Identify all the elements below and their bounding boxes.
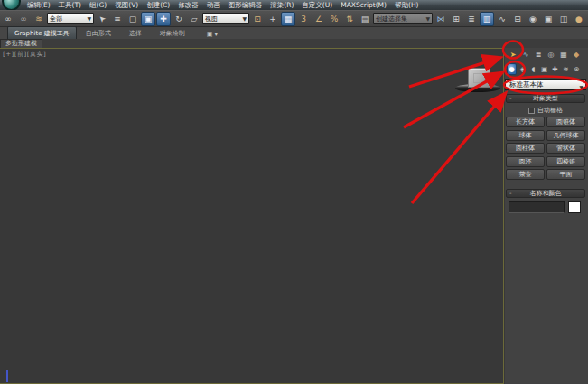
select-and-scale-icon[interactable]: ▱	[187, 12, 201, 26]
modify-tab-icon[interactable]: ∿	[520, 49, 531, 60]
box-button[interactable]: 长方体	[506, 117, 545, 127]
window-crossing-icon[interactable]: ▣	[141, 12, 155, 26]
primitive-buttons: 长方体 圆锥体 球体 几何球体 圆柱体 管状体 圆环 四棱锥 茶壶 平面	[506, 117, 586, 180]
command-panel: ➤ ∿ ≣ ◎ ▦ ◆ ● ◈ ◖ ▣ ✚ ≋ ⊛ 标准基本体 ▼ - 对象类型…	[505, 48, 588, 384]
pyramid-button[interactable]: 四棱锥	[546, 156, 585, 167]
geometry-icon[interactable]: ●	[507, 63, 517, 75]
select-and-link-icon[interactable]: ∞	[1, 12, 15, 26]
rollout-name-color[interactable]: - 名称和颜色	[506, 189, 585, 198]
toggle-ribbon-icon[interactable]: ▥	[480, 12, 494, 26]
tab-graphite-modeling-tools[interactable]: Graphite 建模工具	[7, 26, 77, 39]
curve-editor-icon[interactable]: ∿	[495, 12, 509, 26]
menu-edit[interactable]: 编辑(E)	[27, 1, 51, 10]
space-warps-icon[interactable]: ≋	[561, 63, 571, 75]
chevron-down-icon: ▼	[87, 15, 91, 22]
render-setup-icon[interactable]: ▣	[541, 12, 555, 26]
systems-icon[interactable]: ⊛	[572, 63, 582, 75]
rollout-object-type[interactable]: - 对象类型	[506, 94, 585, 103]
menu-bar: 编辑(E) 工具(T) 组(G) 视图(V) 创建(C) 修改器 动画 图形编辑…	[27, 0, 419, 10]
tube-button[interactable]: 管状体	[546, 143, 585, 154]
chevron-down-icon: ▼	[425, 15, 430, 22]
command-panel-tabs: ➤ ∿ ≣ ◎ ▦ ◆	[508, 49, 582, 60]
menu-animation[interactable]: 动画	[207, 1, 220, 10]
tab-object-paint[interactable]: 对象绘制	[151, 27, 194, 39]
hierarchy-tab-icon[interactable]: ≣	[533, 49, 544, 60]
tab-polygon-modeling[interactable]: 多边形建模	[0, 39, 42, 48]
ribbon-tab-bar: Graphite 建模工具 自由形式 选择 对象绘制 ▣ ▾	[0, 27, 588, 39]
tab-freeform[interactable]: 自由形式	[77, 27, 120, 39]
scene-object-box[interactable]	[468, 68, 490, 88]
teapot-button[interactable]: 茶壶	[506, 169, 545, 180]
shapes-icon[interactable]: ◈	[518, 63, 527, 75]
reference-coordinate-dropdown[interactable]: 视图 ▼	[202, 13, 249, 24]
main-toolbar: ∞ ∞ ≋ 全部 ▼ ➤ ≡ ▢ ▣ ✚ ↻ ▱ 视图 ▼ ⊡ + ▦ 3 ∠ …	[0, 10, 588, 27]
cone-button[interactable]: 圆锥体	[546, 117, 585, 127]
menu-modifiers[interactable]: 修改器	[178, 1, 199, 10]
rectangular-selection-region-icon[interactable]: ▢	[126, 12, 140, 26]
percent-snap-icon[interactable]: %	[327, 12, 341, 26]
menu-graph-editors[interactable]: 图形编辑器	[229, 1, 263, 10]
cylinder-button[interactable]: 圆柱体	[506, 143, 545, 154]
viewport-front[interactable]: [+][前][真实]	[0, 48, 504, 384]
menu-group[interactable]: 组(G)	[89, 1, 107, 10]
create-tab-icon[interactable]: ➤	[508, 49, 518, 60]
chevron-down-icon: ▼	[579, 82, 583, 93]
display-tab-icon[interactable]: ▦	[558, 49, 569, 60]
ribbon-minimize-dropdown[interactable]: ▣ ▾	[207, 31, 218, 39]
select-and-rotate-icon[interactable]: ↻	[172, 12, 186, 26]
select-by-name-icon[interactable]: ≡	[110, 12, 125, 26]
name-color-row	[505, 201, 586, 214]
create-subcategory-tabs: ● ◈ ◖ ▣ ✚ ≋ ⊛	[507, 63, 582, 75]
selection-filter-value: 全部	[50, 14, 62, 23]
snaps-toggle-icon[interactable]: 3	[296, 12, 311, 26]
collapse-icon: -	[509, 95, 512, 103]
rendered-frame-icon[interactable]: ◫	[556, 12, 571, 26]
object-color-swatch[interactable]	[568, 201, 581, 213]
mirror-icon[interactable]: ⋈	[434, 12, 448, 26]
align-icon[interactable]: ⊞	[449, 12, 463, 26]
object-name-input[interactable]	[509, 201, 565, 213]
spinner-snap-icon[interactable]: ⇅	[342, 12, 357, 26]
menu-customize[interactable]: 自定义(U)	[302, 1, 332, 10]
select-and-manipulate-icon[interactable]: +	[266, 12, 280, 26]
collapse-icon: -	[509, 190, 512, 198]
select-and-move-icon[interactable]: ✚	[156, 12, 171, 26]
motion-tab-icon[interactable]: ◎	[546, 49, 556, 60]
menu-help[interactable]: 帮助(H)	[395, 1, 419, 10]
edit-named-selection-sets-icon[interactable]: ▤	[358, 12, 372, 26]
bind-to-space-warp-icon[interactable]: ≋	[32, 12, 46, 26]
menu-views[interactable]: 视图(V)	[115, 1, 138, 10]
selection-filter-dropdown[interactable]: 全部 ▼	[47, 13, 94, 24]
render-production-icon[interactable]: ●	[572, 12, 586, 26]
layer-manager-icon[interactable]: ≣	[464, 12, 479, 26]
menu-create[interactable]: 创建(C)	[146, 1, 170, 10]
tab-selection[interactable]: 选择	[120, 27, 151, 39]
menu-rendering[interactable]: 渲染(R)	[270, 1, 294, 10]
viewport-label[interactable]: [+][前][真实]	[3, 50, 46, 59]
material-editor-icon[interactable]: ◉	[526, 12, 540, 26]
helpers-icon[interactable]: ✚	[550, 63, 560, 75]
sphere-button[interactable]: 球体	[506, 130, 545, 141]
angle-snap-icon[interactable]: ∠	[312, 12, 326, 26]
menu-tools[interactable]: 工具(T)	[59, 1, 81, 10]
autogrid-checkbox[interactable]	[528, 108, 535, 114]
autogrid-label: 自动栅格	[537, 106, 563, 115]
cameras-icon[interactable]: ▣	[539, 63, 549, 75]
lights-icon[interactable]: ◖	[528, 63, 538, 75]
scene-object-box-face	[473, 73, 485, 83]
world-axis-gizmo	[6, 370, 8, 382]
utilities-tab-icon[interactable]: ◆	[571, 49, 582, 60]
named-selection-sets-dropdown[interactable]: 创建选择集 ▼	[373, 13, 433, 24]
geometry-category-dropdown[interactable]: 标准基本体 ▼	[505, 79, 586, 90]
use-pivot-center-icon[interactable]: ⊡	[250, 12, 265, 26]
rollout-name-color-title: 名称和颜色	[530, 190, 562, 197]
schematic-view-icon[interactable]: ⊟	[510, 12, 525, 26]
plane-button[interactable]: 平面	[546, 169, 585, 180]
unlink-selection-icon[interactable]: ∞	[16, 12, 31, 26]
title-bar: 编辑(E) 工具(T) 组(G) 视图(V) 创建(C) 修改器 动画 图形编辑…	[0, 0, 588, 10]
menu-maxscript[interactable]: MAXScript(M)	[341, 1, 387, 9]
select-object-icon[interactable]: ➤	[92, 8, 113, 29]
geosphere-button[interactable]: 几何球体	[546, 130, 585, 141]
torus-button[interactable]: 圆环	[506, 156, 545, 167]
keyboard-override-icon[interactable]: ▦	[281, 12, 295, 26]
